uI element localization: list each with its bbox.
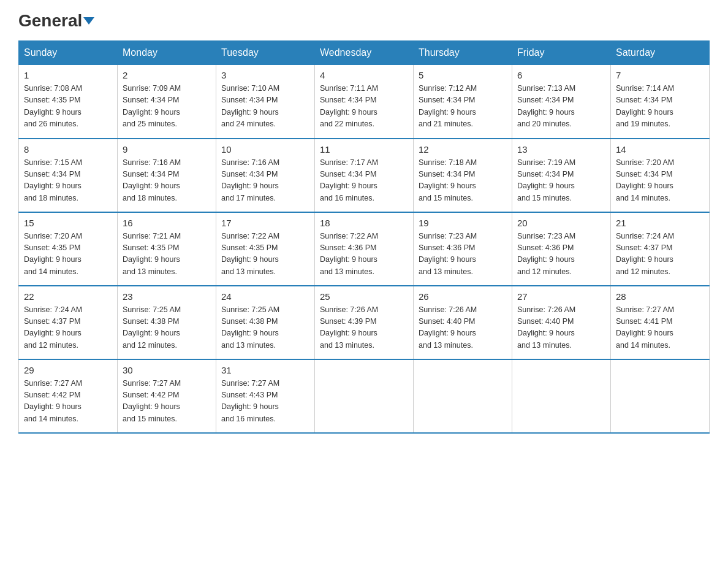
calendar-day-cell: 1 Sunrise: 7:08 AM Sunset: 4:35 PM Dayli… bbox=[19, 65, 118, 139]
day-number: 10 bbox=[221, 144, 309, 155]
calendar-week-row: 8 Sunrise: 7:15 AM Sunset: 4:34 PM Dayli… bbox=[19, 139, 710, 212]
calendar-day-cell: 11 Sunrise: 7:17 AM Sunset: 4:34 PM Dayl… bbox=[315, 139, 414, 212]
day-number: 29 bbox=[24, 365, 112, 375]
calendar-day-cell: 2 Sunrise: 7:09 AM Sunset: 4:34 PM Dayli… bbox=[118, 65, 216, 139]
calendar-day-cell: 13 Sunrise: 7:19 AM Sunset: 4:34 PM Dayl… bbox=[512, 139, 611, 212]
day-number: 21 bbox=[616, 218, 704, 228]
calendar-day-cell: 27 Sunrise: 7:26 AM Sunset: 4:40 PM Dayl… bbox=[512, 286, 611, 359]
calendar-day-cell: 31 Sunrise: 7:27 AM Sunset: 4:43 PM Dayl… bbox=[216, 359, 315, 433]
calendar-day-cell bbox=[611, 359, 710, 433]
calendar-day-cell: 22 Sunrise: 7:24 AM Sunset: 4:37 PM Dayl… bbox=[19, 286, 118, 359]
calendar-day-cell: 20 Sunrise: 7:23 AM Sunset: 4:36 PM Dayl… bbox=[512, 212, 611, 286]
day-info: Sunrise: 7:15 AM Sunset: 4:34 PM Dayligh… bbox=[24, 157, 112, 205]
days-of-week-row: SundayMondayTuesdayWednesdayThursdayFrid… bbox=[19, 41, 710, 65]
calendar-day-cell bbox=[315, 359, 414, 433]
day-number: 20 bbox=[517, 218, 605, 228]
calendar-day-cell: 21 Sunrise: 7:24 AM Sunset: 4:37 PM Dayl… bbox=[611, 212, 710, 286]
calendar-header: SundayMondayTuesdayWednesdayThursdayFrid… bbox=[19, 41, 710, 65]
calendar-day-cell: 4 Sunrise: 7:11 AM Sunset: 4:34 PM Dayli… bbox=[315, 65, 414, 139]
day-info: Sunrise: 7:10 AM Sunset: 4:34 PM Dayligh… bbox=[221, 83, 309, 131]
calendar-day-cell: 28 Sunrise: 7:27 AM Sunset: 4:41 PM Dayl… bbox=[611, 286, 710, 359]
day-info: Sunrise: 7:12 AM Sunset: 4:34 PM Dayligh… bbox=[419, 83, 507, 131]
day-number: 22 bbox=[24, 291, 112, 302]
day-number: 28 bbox=[616, 291, 704, 302]
calendar-day-cell: 5 Sunrise: 7:12 AM Sunset: 4:34 PM Dayli… bbox=[414, 65, 512, 139]
day-info: Sunrise: 7:09 AM Sunset: 4:34 PM Dayligh… bbox=[123, 83, 211, 131]
day-number: 3 bbox=[221, 70, 309, 80]
day-info: Sunrise: 7:24 AM Sunset: 4:37 PM Dayligh… bbox=[616, 231, 704, 278]
calendar-week-row: 1 Sunrise: 7:08 AM Sunset: 4:35 PM Dayli… bbox=[19, 65, 710, 139]
day-number: 16 bbox=[123, 218, 211, 228]
weekday-header-saturday: Saturday bbox=[611, 41, 710, 65]
day-info: Sunrise: 7:22 AM Sunset: 4:36 PM Dayligh… bbox=[320, 231, 408, 278]
day-info: Sunrise: 7:25 AM Sunset: 4:38 PM Dayligh… bbox=[221, 304, 309, 352]
calendar-day-cell: 12 Sunrise: 7:18 AM Sunset: 4:34 PM Dayl… bbox=[414, 139, 512, 212]
day-info: Sunrise: 7:27 AM Sunset: 4:42 PM Dayligh… bbox=[24, 378, 112, 426]
day-info: Sunrise: 7:23 AM Sunset: 4:36 PM Dayligh… bbox=[419, 231, 507, 278]
day-info: Sunrise: 7:24 AM Sunset: 4:37 PM Dayligh… bbox=[24, 304, 112, 352]
weekday-header-wednesday: Wednesday bbox=[315, 41, 414, 65]
day-info: Sunrise: 7:11 AM Sunset: 4:34 PM Dayligh… bbox=[320, 83, 408, 131]
day-number: 31 bbox=[221, 365, 309, 375]
weekday-header-tuesday: Tuesday bbox=[216, 41, 315, 65]
day-info: Sunrise: 7:22 AM Sunset: 4:35 PM Dayligh… bbox=[221, 231, 309, 278]
calendar-day-cell: 17 Sunrise: 7:22 AM Sunset: 4:35 PM Dayl… bbox=[216, 212, 315, 286]
calendar-day-cell bbox=[414, 359, 512, 433]
day-number: 23 bbox=[123, 291, 211, 302]
calendar-week-row: 22 Sunrise: 7:24 AM Sunset: 4:37 PM Dayl… bbox=[19, 286, 710, 359]
calendar-day-cell: 15 Sunrise: 7:20 AM Sunset: 4:35 PM Dayl… bbox=[19, 212, 118, 286]
day-number: 26 bbox=[419, 291, 507, 302]
day-info: Sunrise: 7:27 AM Sunset: 4:42 PM Dayligh… bbox=[123, 378, 211, 426]
weekday-header-monday: Monday bbox=[118, 41, 216, 65]
day-number: 1 bbox=[24, 70, 112, 80]
day-info: Sunrise: 7:18 AM Sunset: 4:34 PM Dayligh… bbox=[419, 157, 507, 205]
day-info: Sunrise: 7:26 AM Sunset: 4:40 PM Dayligh… bbox=[517, 304, 605, 352]
day-number: 30 bbox=[123, 365, 211, 375]
day-info: Sunrise: 7:19 AM Sunset: 4:34 PM Dayligh… bbox=[517, 157, 605, 205]
page-header: General bbox=[18, 12, 710, 28]
calendar-day-cell: 25 Sunrise: 7:26 AM Sunset: 4:39 PM Dayl… bbox=[315, 286, 414, 359]
weekday-header-friday: Friday bbox=[512, 41, 611, 65]
day-info: Sunrise: 7:16 AM Sunset: 4:34 PM Dayligh… bbox=[221, 157, 309, 205]
day-info: Sunrise: 7:17 AM Sunset: 4:34 PM Dayligh… bbox=[320, 157, 408, 205]
calendar-body: 1 Sunrise: 7:08 AM Sunset: 4:35 PM Dayli… bbox=[19, 65, 710, 433]
day-number: 9 bbox=[123, 144, 211, 155]
day-number: 18 bbox=[320, 218, 408, 228]
day-number: 11 bbox=[320, 144, 408, 155]
day-number: 27 bbox=[517, 291, 605, 302]
day-number: 13 bbox=[517, 144, 605, 155]
calendar-day-cell: 23 Sunrise: 7:25 AM Sunset: 4:38 PM Dayl… bbox=[118, 286, 216, 359]
calendar-day-cell: 19 Sunrise: 7:23 AM Sunset: 4:36 PM Dayl… bbox=[414, 212, 512, 286]
weekday-header-thursday: Thursday bbox=[414, 41, 512, 65]
calendar-day-cell: 24 Sunrise: 7:25 AM Sunset: 4:38 PM Dayl… bbox=[216, 286, 315, 359]
day-info: Sunrise: 7:27 AM Sunset: 4:41 PM Dayligh… bbox=[616, 304, 704, 352]
day-info: Sunrise: 7:25 AM Sunset: 4:38 PM Dayligh… bbox=[123, 304, 211, 352]
calendar-day-cell: 18 Sunrise: 7:22 AM Sunset: 4:36 PM Dayl… bbox=[315, 212, 414, 286]
day-info: Sunrise: 7:27 AM Sunset: 4:43 PM Dayligh… bbox=[221, 378, 309, 426]
day-info: Sunrise: 7:13 AM Sunset: 4:34 PM Dayligh… bbox=[517, 83, 605, 131]
logo-triangle-icon bbox=[83, 17, 94, 25]
calendar-week-row: 29 Sunrise: 7:27 AM Sunset: 4:42 PM Dayl… bbox=[19, 359, 710, 433]
calendar-day-cell: 9 Sunrise: 7:16 AM Sunset: 4:34 PM Dayli… bbox=[118, 139, 216, 212]
calendar-day-cell: 30 Sunrise: 7:27 AM Sunset: 4:42 PM Dayl… bbox=[118, 359, 216, 433]
day-info: Sunrise: 7:26 AM Sunset: 4:39 PM Dayligh… bbox=[320, 304, 408, 352]
calendar-table: SundayMondayTuesdayWednesdayThursdayFrid… bbox=[18, 40, 710, 434]
calendar-day-cell bbox=[512, 359, 611, 433]
calendar-day-cell: 10 Sunrise: 7:16 AM Sunset: 4:34 PM Dayl… bbox=[216, 139, 315, 212]
day-number: 6 bbox=[517, 70, 605, 80]
calendar-day-cell: 16 Sunrise: 7:21 AM Sunset: 4:35 PM Dayl… bbox=[118, 212, 216, 286]
day-number: 2 bbox=[123, 70, 211, 80]
logo-general-text: General bbox=[18, 12, 94, 29]
calendar-day-cell: 6 Sunrise: 7:13 AM Sunset: 4:34 PM Dayli… bbox=[512, 65, 611, 139]
day-info: Sunrise: 7:21 AM Sunset: 4:35 PM Dayligh… bbox=[123, 231, 211, 278]
day-info: Sunrise: 7:14 AM Sunset: 4:34 PM Dayligh… bbox=[616, 83, 704, 131]
day-number: 14 bbox=[616, 144, 704, 155]
day-number: 7 bbox=[616, 70, 704, 80]
calendar-day-cell: 8 Sunrise: 7:15 AM Sunset: 4:34 PM Dayli… bbox=[19, 139, 118, 212]
calendar-week-row: 15 Sunrise: 7:20 AM Sunset: 4:35 PM Dayl… bbox=[19, 212, 710, 286]
day-number: 17 bbox=[221, 218, 309, 228]
day-number: 24 bbox=[221, 291, 309, 302]
day-info: Sunrise: 7:20 AM Sunset: 4:35 PM Dayligh… bbox=[24, 231, 112, 278]
day-number: 4 bbox=[320, 70, 408, 80]
day-number: 8 bbox=[24, 144, 112, 155]
